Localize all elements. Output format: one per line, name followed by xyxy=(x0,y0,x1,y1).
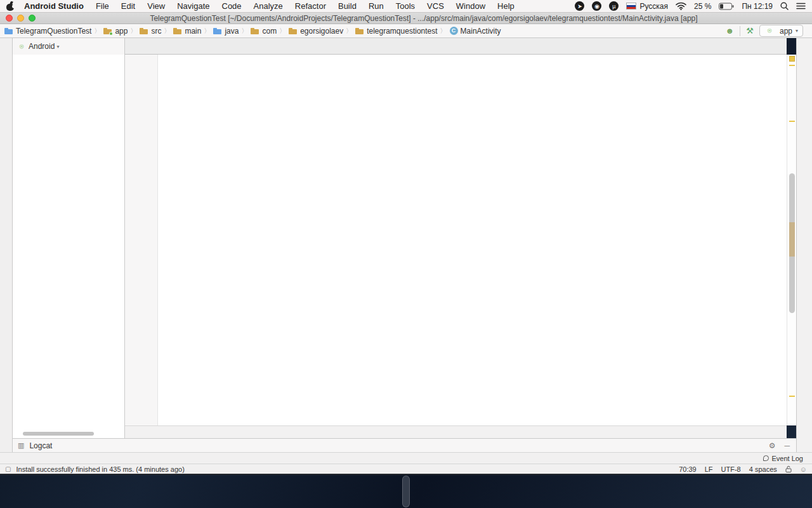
menu-item-edit[interactable]: Edit xyxy=(121,1,135,11)
class-icon: C xyxy=(450,27,458,35)
menu-item-analyze[interactable]: Analyze xyxy=(254,1,283,11)
menu-item-code[interactable]: Code xyxy=(222,1,242,11)
screen: { "colors":{"accent_blue":"#4083c9","car… xyxy=(0,0,812,508)
folder-icon xyxy=(289,27,298,35)
project-icon xyxy=(4,27,13,35)
toolbar-actions: ☻⚒⌾app▾ xyxy=(726,25,808,37)
logcat-icon: ▥ xyxy=(18,441,24,450)
logcat-hide-icon[interactable]: ─ xyxy=(784,441,790,450)
code-viewport[interactable] xyxy=(125,55,787,425)
battery-percent: 25 % xyxy=(694,2,711,11)
android-module-icon xyxy=(103,27,112,35)
input-language[interactable]: Русская xyxy=(626,2,668,11)
breadcrumb-telegramquestiontest[interactable]: telegramquestiontest xyxy=(355,27,437,36)
menubar-clock[interactable]: Пн 12:19 xyxy=(742,2,773,11)
ide-toolbar: TelegramQuestionTest〉app〉src〉main〉java〉c… xyxy=(0,24,812,38)
source-folder-icon xyxy=(213,27,222,35)
breadcrumb-src[interactable]: src xyxy=(139,27,161,36)
close-window-button[interactable] xyxy=(6,15,13,22)
project-panel: ⌾ Android ▾ xyxy=(13,38,125,438)
telegram-status-icon[interactable]: ➤ xyxy=(575,1,584,11)
window-title: TelegramQuestionTest [~/Documents/Androi… xyxy=(36,14,812,23)
line-ending[interactable]: LF xyxy=(705,465,713,473)
android-view-icon: ⌾ xyxy=(17,43,26,51)
gradle-daemon-icon[interactable]: ☺ xyxy=(800,465,807,473)
folder-icon xyxy=(173,27,182,35)
user-avatar-icon[interactable]: ☻ xyxy=(726,26,735,36)
status-panel-icon[interactable]: ▢ xyxy=(5,465,11,472)
breadcrumb-main[interactable]: main xyxy=(173,27,201,36)
adobe-cc-status-icon[interactable]: ◉ xyxy=(592,1,601,11)
file-encoding[interactable]: UTF-8 xyxy=(721,465,741,473)
caret-position[interactable]: 70:39 xyxy=(679,465,697,473)
menu-item-navigate[interactable]: Navigate xyxy=(177,1,209,11)
zoom-window-button[interactable] xyxy=(29,15,36,22)
macos-dock xyxy=(402,476,410,507)
run-config-dropdown[interactable]: ⌾app▾ xyxy=(759,25,803,37)
build-hammer-icon[interactable]: ⚒ xyxy=(746,26,754,36)
navigation-breadcrumbs: TelegramQuestionTest〉app〉src〉main〉java〉c… xyxy=(4,27,501,36)
status-message[interactable]: Install successfully finished in 435 ms.… xyxy=(16,465,184,473)
menu-item-window[interactable]: Window xyxy=(456,1,485,11)
logcat-settings-gear-icon[interactable]: ⚙ xyxy=(769,441,776,450)
event-log-bubble-icon xyxy=(763,455,769,461)
editor-tabbar xyxy=(125,38,787,55)
right-tool-strip xyxy=(796,38,812,452)
logcat-title: Logcat xyxy=(29,441,52,450)
spotlight-search-icon[interactable] xyxy=(780,2,789,10)
russian-flag-icon xyxy=(626,3,636,10)
editor-breadcrumbs xyxy=(125,425,787,438)
status-bar: ▢ Install successfully finished in 435 m… xyxy=(0,464,812,474)
battery-icon[interactable] xyxy=(719,3,734,10)
project-view-selector[interactable]: Android xyxy=(29,42,55,51)
macos-menubar: Android Studio FileEditViewNavigateCodeA… xyxy=(0,0,812,13)
wifi-icon[interactable] xyxy=(676,2,686,10)
editor-gutter xyxy=(125,55,158,425)
folder-icon xyxy=(140,27,148,35)
window-titlebar: TelegramQuestionTest [~/Documents/Androi… xyxy=(0,13,812,24)
project-hscrollbar[interactable] xyxy=(23,432,94,436)
breadcrumb-app[interactable]: app xyxy=(103,27,128,36)
breadcrumb-TelegramQuestionTest[interactable]: TelegramQuestionTest xyxy=(4,27,91,36)
breadcrumb-egorsigolaev[interactable]: egorsigolaev xyxy=(288,27,343,36)
minimize-window-button[interactable] xyxy=(17,15,24,22)
menu-item-refactor[interactable]: Refactor xyxy=(295,1,326,11)
menu-item-tools[interactable]: Tools xyxy=(396,1,415,11)
menu-item-build[interactable]: Build xyxy=(338,1,357,11)
project-view-header: ⌾ Android ▾ xyxy=(13,38,124,55)
inspections-indicator[interactable] xyxy=(789,56,795,62)
editor-area xyxy=(125,38,787,438)
event-log-button[interactable]: Event Log xyxy=(763,455,812,462)
folder-icon xyxy=(355,27,364,35)
folder-icon xyxy=(251,27,259,35)
tool-window-bar: Event Log xyxy=(0,452,812,464)
logcat-panel-header: ▥ Logcat ⚙ ─ xyxy=(13,438,796,452)
breadcrumb-java[interactable]: java xyxy=(213,27,239,36)
utorrent-status-icon[interactable]: µ xyxy=(609,1,619,11)
menu-item-vcs[interactable]: VCS xyxy=(427,1,444,11)
menu-item-help[interactable]: Help xyxy=(497,1,514,11)
menu-items: FileEditViewNavigateCodeAnalyzeRefactorB… xyxy=(96,1,527,11)
left-tool-strip xyxy=(0,38,13,452)
android-app-icon: ⌾ xyxy=(765,27,774,35)
menubar-status-area: ➤ ◉ µ Русская 25 % Пн 12:19 xyxy=(575,1,806,11)
menu-item-view[interactable]: View xyxy=(147,1,165,11)
notification-center-icon[interactable] xyxy=(796,3,806,10)
apple-menu-icon[interactable] xyxy=(6,2,14,11)
indent-setting[interactable]: 4 spaces xyxy=(749,465,777,473)
editor-scrollbar-stripe[interactable] xyxy=(787,55,796,425)
breadcrumb-MainActivity[interactable]: CMainActivity xyxy=(449,27,501,36)
menu-item-file[interactable]: File xyxy=(96,1,109,11)
readonly-lock-icon[interactable] xyxy=(785,465,792,472)
menu-app-name[interactable]: Android Studio xyxy=(24,1,84,11)
breadcrumb-com[interactable]: com xyxy=(250,27,277,36)
menu-item-run[interactable]: Run xyxy=(369,1,384,11)
